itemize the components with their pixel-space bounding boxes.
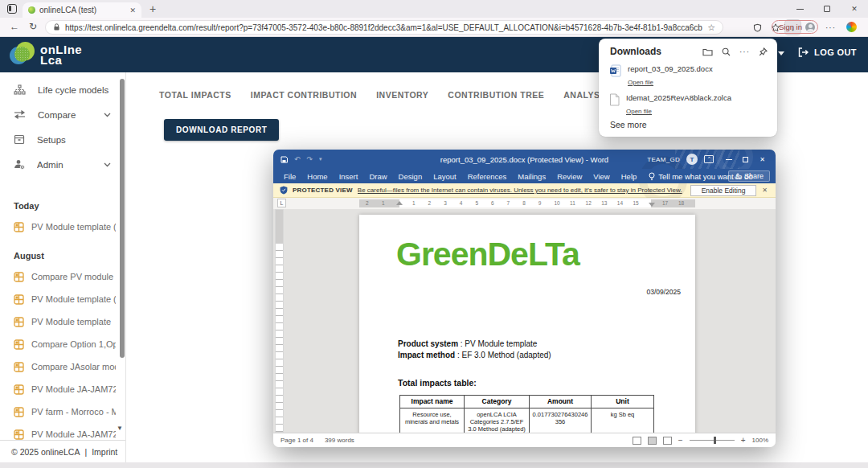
sidebar-item-compare[interactable]: Compare — [0, 102, 125, 127]
enable-editing-button[interactable]: Enable Editing — [690, 185, 757, 196]
refresh-icon[interactable]: ↻ — [29, 21, 37, 32]
menu-mailings[interactable]: Mailings — [512, 172, 551, 181]
menu-help[interactable]: Help — [616, 172, 643, 181]
menu-insert[interactable]: Insert — [334, 172, 364, 181]
document-canvas[interactable]: GreenDeLTa 03/09/2025 Product system : P… — [273, 209, 776, 433]
list-item[interactable]: PV Module JA-JAM72D10 — [0, 378, 125, 400]
menu-draw[interactable]: Draw — [363, 172, 392, 181]
restore-icon[interactable] — [813, 0, 841, 18]
menu-view[interactable]: View — [588, 172, 615, 181]
greendelta-logo: GreenDeLTa — [396, 236, 579, 273]
model-grid-icon — [14, 222, 24, 232]
vertical-ruler[interactable] — [275, 209, 284, 433]
tab-impact-contribution[interactable]: IMPACT CONTRIBUTION — [251, 90, 357, 109]
onlinelca-logo[interactable]: onLIneLca — [10, 42, 82, 67]
word-title-bar[interactable]: ↶ ↷ ▾ report_03_09_2025.docx (Protected … — [273, 150, 776, 169]
word-user-avatar[interactable]: T — [686, 154, 698, 165]
read-mode-icon[interactable] — [633, 437, 641, 445]
search-icon[interactable] — [722, 47, 731, 56]
site-info-lock-icon[interactable] — [53, 23, 60, 31]
tab-inventory[interactable]: INVENTORY — [376, 90, 428, 109]
list-item[interactable]: PV Module template (2) — [0, 216, 125, 238]
zoom-in-icon[interactable]: + — [741, 436, 746, 445]
list-item[interactable]: Compare Option 1,Option — [0, 333, 125, 355]
profile-signin-button[interactable]: Sign in — [772, 20, 818, 34]
copilot-icon[interactable] — [846, 22, 857, 32]
word-minimize-icon[interactable] — [720, 150, 737, 169]
sidebar-scrollbar[interactable] — [120, 79, 125, 358]
list-item[interactable]: Compare JAsolar module — [0, 355, 125, 378]
menu-file[interactable]: File — [278, 172, 301, 181]
list-item[interactable]: Compare PV module proc — [0, 265, 125, 288]
protected-view-bar: PROTECTED VIEW Be careful—files from the… — [273, 183, 776, 198]
word-restore-icon[interactable] — [737, 150, 754, 169]
scroll-down-icon[interactable]: ▼ — [117, 425, 123, 432]
word-count[interactable]: 399 words — [325, 437, 354, 444]
new-tab-button[interactable]: + — [149, 2, 156, 15]
menu-design[interactable]: Design — [393, 172, 428, 181]
see-more-link[interactable]: See more — [610, 120, 647, 129]
favorite-star-icon[interactable]: ☆ — [707, 23, 715, 33]
browser-essentials-icon[interactable] — [750, 20, 765, 35]
download-item[interactable]: report_03_09_2025.docx Open file — [599, 60, 777, 89]
table-row: Resource use, minerals and metals openLC… — [400, 408, 654, 433]
tab-selector[interactable]: L — [277, 199, 286, 207]
browser-toolbar: ← ↻ https://test.onlinelca.greendelta.co… — [0, 18, 868, 37]
tab-actions-icon[interactable] — [7, 4, 17, 14]
web-layout-icon[interactable] — [663, 437, 672, 445]
url-text[interactable]: https://test.onlinelca.greendelta.com/re… — [65, 23, 702, 32]
imprint-link[interactable]: Imprint — [92, 447, 117, 457]
header-dropdown-chevron-icon[interactable] — [778, 51, 784, 55]
pin-icon[interactable] — [759, 47, 768, 56]
word-doc-icon — [609, 64, 621, 77]
product-system-line: Product system : PV Module template — [398, 339, 537, 348]
menu-layout[interactable]: Layout — [428, 172, 462, 181]
ribbon-display-options-icon[interactable] — [704, 155, 714, 163]
hierarchy-icon — [14, 84, 26, 95]
list-item[interactable]: PV Module template (1) — [0, 288, 125, 310]
zoom-slider[interactable] — [690, 440, 735, 441]
download-report-button[interactable]: DOWNLOAD REPORT — [164, 119, 279, 141]
zoom-slider-thumb[interactable] — [714, 437, 716, 444]
list-item[interactable]: PV farm - Morroco - MA ( — [0, 400, 125, 423]
table-cell: Resource use, minerals and metals — [400, 408, 465, 433]
open-file-link[interactable]: Open file — [628, 79, 653, 86]
protected-bar-close-icon[interactable]: ✕ — [762, 187, 769, 194]
document-page[interactable]: GreenDeLTa 03/09/2025 Product system : P… — [359, 215, 695, 433]
print-layout-icon[interactable] — [648, 437, 657, 445]
back-icon[interactable]: ← — [10, 21, 19, 32]
menu-references[interactable]: References — [462, 172, 513, 181]
browser-menu-icon[interactable]: ··· — [825, 23, 836, 32]
tab-close-icon[interactable]: ✕ — [129, 6, 136, 14]
open-file-link[interactable]: Open file — [626, 108, 652, 115]
address-bar[interactable]: https://test.onlinelca.greendelta.com/re… — [45, 20, 723, 35]
tab-contribution-tree[interactable]: CONTRIBUTION TREE — [448, 90, 544, 109]
window-controls: ✕ — [786, 0, 868, 18]
logout-button[interactable]: LOG OUT — [798, 47, 857, 57]
list-item[interactable]: PV Module template — [0, 310, 125, 333]
browser-tab-strip: onlineLCA (test) ✕ + ✕ — [0, 0, 868, 18]
sidebar-item-admin[interactable]: Admin — [0, 152, 125, 177]
horizontal-ruler[interactable]: 21 123456789101112131415 1718 — [359, 199, 695, 207]
browser-tab[interactable]: onlineLCA (test) ✕ — [23, 2, 141, 18]
menu-home[interactable]: Home — [301, 172, 333, 181]
page-indicator[interactable]: Page 1 of 4 — [280, 437, 313, 444]
open-folder-icon[interactable] — [702, 47, 713, 56]
document-date: 03/09/2025 — [600, 288, 681, 296]
zoom-out-icon[interactable]: − — [678, 436, 683, 445]
zoom-level[interactable]: 100% — [752, 437, 768, 444]
share-button[interactable]: Share — [728, 170, 770, 182]
sidebar-item-life-cycle-models[interactable]: Life cycle models — [0, 77, 125, 102]
download-item[interactable]: Idemat_2025RevA8black.zolca Open file — [599, 89, 777, 118]
close-icon[interactable]: ✕ — [841, 0, 868, 18]
sidebar-item-setups[interactable]: Setups — [0, 127, 125, 152]
box-icon — [14, 134, 25, 145]
word-user-name[interactable]: TEAM_GD — [647, 156, 680, 163]
word-close-icon[interactable]: ✕ — [754, 150, 771, 169]
menu-review[interactable]: Review — [551, 172, 588, 181]
right-indent-marker-icon[interactable] — [649, 203, 655, 207]
minimize-icon[interactable] — [786, 0, 813, 18]
tab-total-impacts[interactable]: TOTAL IMPACTS — [159, 90, 231, 109]
downloads-more-options-icon[interactable]: ··· — [739, 47, 750, 56]
indent-marker-icon[interactable] — [396, 201, 403, 205]
